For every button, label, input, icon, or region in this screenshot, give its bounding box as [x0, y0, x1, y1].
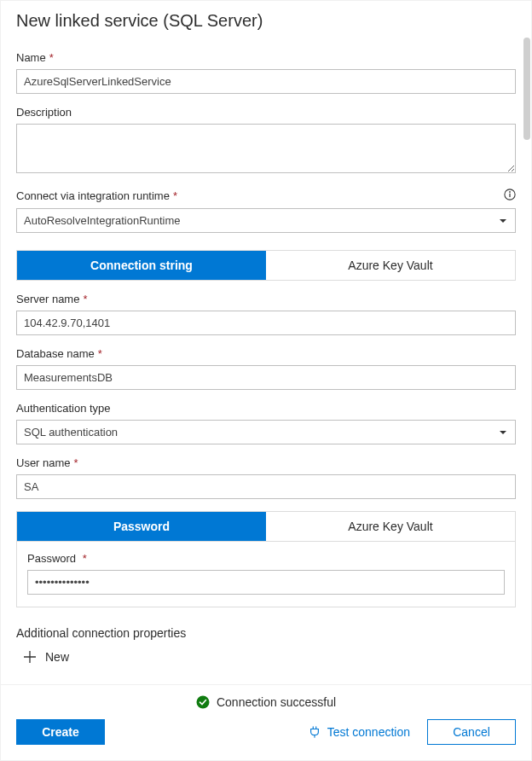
username-label: User name * — [16, 456, 516, 469]
username-input[interactable] — [16, 474, 516, 499]
tab-password[interactable]: Password — [17, 512, 266, 541]
authtype-select[interactable] — [16, 420, 516, 444]
add-connection-property-button[interactable]: New — [16, 648, 516, 665]
required-asterisk: * — [74, 456, 78, 469]
password-label: Password * — [27, 552, 505, 565]
server-label-text: Server name — [16, 293, 79, 305]
info-icon[interactable] — [504, 189, 516, 203]
password-box: Password * — [16, 542, 516, 607]
linked-service-panel: New linked service (SQL Server) Name * D… — [0, 0, 532, 761]
runtime-select-wrap — [16, 208, 516, 233]
add-connection-property-label: New — [45, 650, 69, 664]
server-name-input[interactable] — [16, 311, 516, 335]
description-textarea[interactable] — [16, 124, 516, 173]
description-label: Description — [16, 106, 516, 119]
svg-point-3 — [196, 696, 209, 709]
scrollbar[interactable] — [523, 36, 531, 684]
authtype-select-wrap — [16, 420, 516, 444]
name-label: Name * — [16, 51, 516, 64]
required-asterisk: * — [83, 552, 87, 565]
password-input[interactable] — [27, 570, 505, 595]
tab-azure-key-vault-password[interactable]: Azure Key Vault — [266, 512, 515, 541]
server-label: Server name * — [16, 293, 516, 305]
username-label-text: User name — [16, 456, 71, 469]
password-label-text: Password — [27, 552, 76, 565]
runtime-label-row: Connect via integration runtime * — [16, 189, 516, 203]
authtype-label: Authentication type — [16, 402, 516, 415]
test-connection-button[interactable]: Test connection — [300, 720, 419, 744]
runtime-label: Connect via integration runtime — [16, 189, 170, 202]
required-asterisk: * — [49, 51, 54, 64]
tab-azure-key-vault-connection[interactable]: Azure Key Vault — [266, 251, 515, 280]
cancel-button[interactable]: Cancel — [427, 719, 516, 745]
panel-content: Name * Description Connect via integrati… — [1, 36, 531, 684]
required-asterisk: * — [173, 189, 177, 202]
success-check-icon — [196, 695, 210, 709]
password-tabs: Password Azure Key Vault — [16, 511, 516, 542]
name-label-text: Name — [16, 51, 46, 64]
tab-connection-string[interactable]: Connection string — [17, 251, 266, 280]
name-input[interactable] — [16, 69, 516, 94]
svg-point-2 — [509, 191, 511, 193]
database-name-input[interactable] — [16, 365, 516, 390]
database-label-text: Database name — [16, 347, 95, 360]
panel-title: New linked service (SQL Server) — [1, 1, 531, 36]
database-label: Database name * — [16, 347, 516, 360]
create-button[interactable]: Create — [16, 719, 105, 745]
additional-props-title: Additional connection properties — [16, 626, 516, 640]
required-asterisk: * — [98, 347, 102, 360]
runtime-select[interactable] — [16, 208, 516, 233]
panel-footer: Connection successful Create Test connec… — [1, 684, 531, 760]
connection-tabs: Connection string Azure Key Vault — [16, 250, 516, 281]
scrollbar-thumb[interactable] — [523, 38, 530, 140]
plus-icon — [23, 650, 37, 664]
svg-rect-1 — [509, 194, 510, 197]
required-asterisk: * — [83, 293, 87, 305]
plug-icon — [309, 726, 321, 738]
test-connection-label: Test connection — [327, 725, 410, 739]
connection-status: Connection successful — [16, 694, 516, 719]
connection-status-text: Connection successful — [217, 695, 336, 709]
footer-button-row: Create Test connection Cancel — [16, 719, 516, 745]
